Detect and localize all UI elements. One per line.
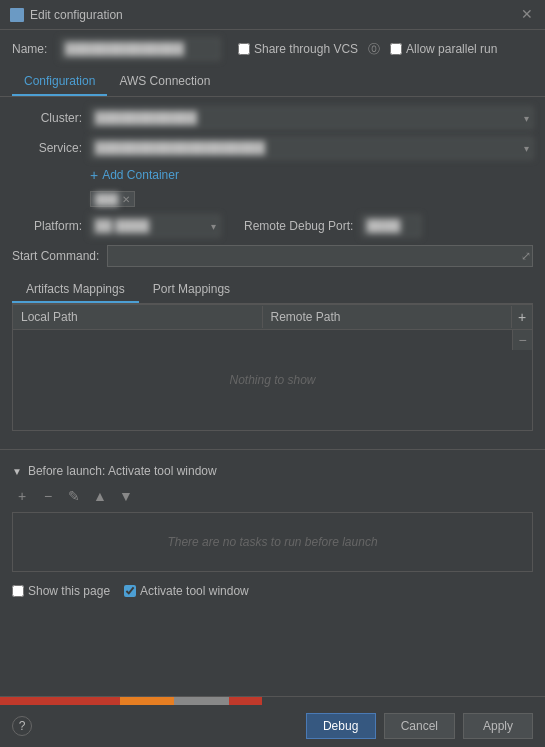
progress-gray1 <box>174 697 229 705</box>
bl-down-button[interactable]: ▼ <box>116 486 136 506</box>
apply-button[interactable]: Apply <box>463 713 533 739</box>
service-select[interactable]: ████████████████████ <box>90 137 533 159</box>
cancel-button[interactable]: Cancel <box>384 713 455 739</box>
share-vcs-label[interactable]: Share through VCS <box>238 42 358 56</box>
add-container-label: Add Container <box>102 168 179 182</box>
bl-edit-button[interactable]: ✎ <box>64 486 84 506</box>
start-command-row: Start Command: ⤢ <box>12 245 533 267</box>
gear-icon <box>10 8 24 22</box>
table-header: Local Path Remote Path + <box>13 305 532 330</box>
activate-window-check-label[interactable]: Activate tool window <box>124 584 249 598</box>
collapse-icon[interactable]: ▼ <box>12 466 22 477</box>
table-body: Nothing to show − <box>13 330 532 430</box>
bottom-checks: Show this page Activate tool window <box>0 578 545 604</box>
progress-empty <box>262 697 545 705</box>
debug-button[interactable]: Debug <box>306 713 376 739</box>
before-launch-section: ▼ Before launch: Activate tool window + … <box>0 458 545 578</box>
activate-window-checkbox[interactable] <box>124 585 136 597</box>
name-input[interactable] <box>60 38 220 60</box>
close-button[interactable]: ✕ <box>519 7 535 23</box>
plus-icon: + <box>90 167 98 183</box>
help-button[interactable]: ? <box>12 716 32 736</box>
remote-path-header: Remote Path <box>263 306 513 328</box>
show-page-check-label[interactable]: Show this page <box>12 584 110 598</box>
allow-parallel-checkbox[interactable] <box>390 43 402 55</box>
add-container-button[interactable]: + Add Container <box>90 167 533 183</box>
activate-window-label: Activate tool window <box>140 584 249 598</box>
show-page-checkbox[interactable] <box>12 585 24 597</box>
main-tabs: Configuration AWS Connection <box>0 68 545 97</box>
bottom-bar: ? Debug Cancel Apply <box>0 696 545 747</box>
platform-select[interactable]: ██ ████ <box>90 215 220 237</box>
container-tag-close[interactable]: ✕ <box>122 194 130 205</box>
bl-remove-button[interactable]: − <box>38 486 58 506</box>
cluster-row: Cluster: ████████████ <box>12 107 533 129</box>
progress-red2 <box>229 697 262 705</box>
bl-add-button[interactable]: + <box>12 486 32 506</box>
cluster-label: Cluster: <box>12 111 82 125</box>
sub-tab-port-mappings[interactable]: Port Mappings <box>139 277 244 303</box>
titlebar-left: Edit configuration <box>10 8 123 22</box>
bl-up-button[interactable]: ▲ <box>90 486 110 506</box>
cluster-select[interactable]: ████████████ <box>90 107 533 129</box>
sub-tabs: Artifacts Mappings Port Mappings <box>12 277 533 304</box>
tab-configuration[interactable]: Configuration <box>12 68 107 96</box>
tab-aws-connection[interactable]: AWS Connection <box>107 68 222 96</box>
before-launch-header: ▼ Before launch: Activate tool window <box>12 464 533 478</box>
before-launch-toolbar: + − ✎ ▲ ▼ <box>12 486 533 506</box>
remove-row-button[interactable]: − <box>512 330 532 350</box>
debug-port-label: Remote Debug Port: <box>244 219 353 233</box>
before-launch-title: Before launch: Activate tool window <box>28 464 217 478</box>
bottom-buttons: ? Debug Cancel Apply <box>0 705 545 747</box>
progress-strip <box>0 697 545 705</box>
name-row: Name: Share through VCS ⓪ Allow parallel… <box>0 30 545 68</box>
container-tag: ███ ✕ <box>90 191 135 207</box>
titlebar: Edit configuration ✕ <box>0 0 545 30</box>
titlebar-title: Edit configuration <box>30 8 123 22</box>
start-command-input[interactable] <box>107 245 533 267</box>
allow-parallel-label[interactable]: Allow parallel run <box>390 42 497 56</box>
platform-label: Platform: <box>12 219 82 233</box>
service-select-wrapper: ████████████████████ <box>90 137 533 159</box>
help-icon-vcs[interactable]: ⓪ <box>368 41 380 58</box>
name-options: Share through VCS ⓪ Allow parallel run <box>238 41 497 58</box>
no-tasks-text: There are no tasks to run before launch <box>167 535 377 549</box>
local-path-header: Local Path <box>13 306 263 328</box>
share-vcs-checkbox[interactable] <box>238 43 250 55</box>
table-side-buttons: − <box>512 330 532 350</box>
start-command-label: Start Command: <box>12 249 99 263</box>
mappings-table: Local Path Remote Path + Nothing to show… <box>12 304 533 431</box>
sub-tab-artifacts[interactable]: Artifacts Mappings <box>12 277 139 303</box>
show-page-label: Show this page <box>28 584 110 598</box>
platform-select-wrap: ██ ████ <box>90 215 220 237</box>
service-label: Service: <box>12 141 82 155</box>
service-row: Service: ████████████████████ <box>12 137 533 159</box>
nothing-to-show: Nothing to show <box>229 373 315 387</box>
config-content: Cluster: ████████████ Service: █████████… <box>0 97 545 441</box>
cluster-select-wrapper: ████████████ <box>90 107 533 129</box>
progress-red <box>0 697 120 705</box>
name-label: Name: <box>12 42 52 56</box>
debug-port-input[interactable] <box>361 215 421 237</box>
separator <box>0 449 545 450</box>
before-launch-body: There are no tasks to run before launch <box>12 512 533 572</box>
expand-icon[interactable]: ⤢ <box>521 249 531 263</box>
progress-orange <box>120 697 175 705</box>
start-command-input-wrap: ⤢ <box>107 245 533 267</box>
platform-row: Platform: ██ ████ Remote Debug Port: <box>12 215 533 237</box>
action-buttons: Debug Cancel Apply <box>306 713 533 739</box>
add-row-button[interactable]: + <box>512 305 532 329</box>
container-tag-value: ███ <box>95 193 118 205</box>
